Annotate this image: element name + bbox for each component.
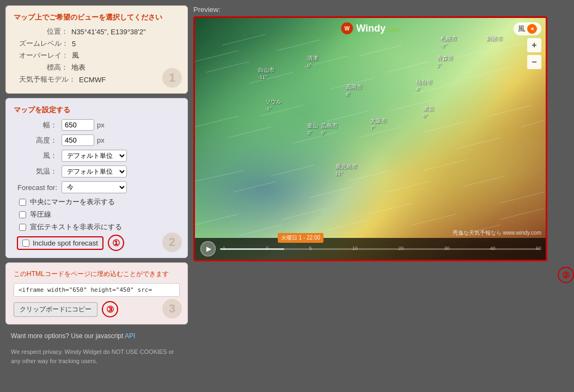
width-input[interactable] — [62, 119, 94, 131]
copy-btn-wrapper: クリップボードにコピー ③ — [14, 301, 180, 317]
svg-line-14 — [228, 127, 271, 138]
overlay-label: オーバーレイ： — [19, 51, 69, 60]
svg-line-37 — [369, 203, 413, 214]
windy-logo-text: Windy.com — [356, 23, 400, 34]
city-niigata: 清津0° — [307, 54, 318, 68]
temp-label: 気温： — [14, 167, 57, 176]
position-row: 位置： N35°41'45", E139°38'2" — [14, 27, 180, 36]
preview-annotation-wrapper: ② — [558, 267, 574, 283]
section-1-number: 1 — [162, 68, 182, 88]
position-label: 位置： — [19, 27, 68, 36]
footer-options: Want more options? Use our javascript AP… — [5, 329, 188, 340]
temp-select[interactable]: デフォルト単位 — [62, 166, 127, 177]
isobar-checkbox-row: 等圧線 — [14, 210, 180, 219]
forecast-select[interactable]: 今 — [62, 181, 127, 193]
city-busan: 釜山3° — [307, 122, 318, 136]
city-sendai: 仙台市4° — [416, 78, 432, 92]
play-button[interactable]: ▶ — [200, 241, 216, 256]
marker-label: 中央にマーカーを表示する — [30, 197, 115, 207]
zoom-in-button[interactable]: + — [527, 38, 541, 52]
time-marker-60: 60 — [536, 246, 541, 251]
svg-line-27 — [309, 187, 353, 198]
svg-line-20 — [424, 121, 467, 132]
elevation-row: 標高： 地表 — [14, 63, 180, 72]
city-tokyo: 東京9° — [423, 105, 434, 119]
time-marker-10: 10 — [352, 246, 358, 251]
footer-privacy: We respect privacy. Windy Widget do NOT … — [5, 344, 188, 365]
svg-line-36 — [326, 219, 369, 230]
zoom-row: ズームレベル： 5 — [14, 39, 180, 48]
time-marker-0: 0 — [266, 246, 268, 251]
privacy-text: We respect privacy. Windy Widget do NOT … — [11, 348, 174, 364]
temp-row: 気温： デフォルト単位 — [14, 166, 180, 177]
svg-line-26 — [271, 165, 315, 176]
spot-forecast-box: Include spot forecast — [17, 236, 103, 250]
overlay-row: オーバーレイ： 風 — [14, 51, 180, 60]
wind-control[interactable]: 風 — [514, 22, 541, 35]
svg-line-1 — [206, 62, 249, 72]
city-osaka: 大阪市7° — [370, 117, 387, 131]
time-marker-5: 5 — [309, 246, 312, 251]
model-label: 天気予報モデル： — [19, 75, 76, 84]
model-row: 天気予報モデル： ECMWF — [14, 75, 180, 84]
svg-line-29 — [386, 181, 429, 192]
marker-checkbox-row: 中央にマーカーを表示する — [14, 197, 180, 207]
preview-label: Preview: — [193, 5, 569, 14]
ad-checkbox[interactable] — [19, 224, 26, 231]
marker-checkbox[interactable] — [19, 199, 26, 206]
section-1-title: マップ上でご希望のビューを選択してください — [14, 13, 180, 22]
wind-row: 風： デフォルト単位 — [14, 150, 180, 162]
section-2-map-settings: マップを設定する 幅： px 高度： px 風： デフォルト単位 気温： — [5, 98, 188, 258]
svg-line-0 — [195, 51, 239, 62]
windy-logo-bar: W Windy.com — [341, 22, 400, 34]
preview-annotation: ② — [558, 267, 574, 283]
section-3-title: このHTMLコードをページに埋め込むことができます — [14, 270, 180, 279]
height-row: 高度： px — [14, 134, 180, 146]
forecast-row: Forecast for: 今 — [14, 181, 180, 193]
spot-forecast-checkbox[interactable] — [22, 240, 29, 247]
api-link[interactable]: API — [125, 332, 135, 340]
width-row: 幅： px — [14, 119, 180, 131]
svg-line-31 — [462, 176, 505, 187]
play-icon: ▶ — [206, 245, 211, 253]
embed-code: <iframe width="650" height="450" src= — [14, 283, 180, 297]
svg-line-23 — [522, 119, 546, 127]
isobar-checkbox[interactable] — [19, 211, 26, 218]
svg-line-7 — [358, 45, 402, 56]
time-badge: 火曜日 1 - 22:00 — [278, 233, 323, 243]
copy-button[interactable]: クリップボードにコピー — [14, 302, 97, 317]
windy-com-text: .com — [386, 26, 400, 33]
section-3-number: 3 — [162, 299, 182, 318]
spot-forecast-label: Include spot forecast — [33, 239, 98, 247]
svg-line-40 — [500, 209, 544, 219]
svg-line-13 — [195, 116, 239, 127]
elevation-value: 地表 — [71, 63, 86, 72]
section-2-number: 2 — [162, 232, 182, 252]
svg-line-2 — [222, 34, 266, 45]
elevation-label: 標高： — [19, 63, 68, 72]
svg-line-34 — [239, 225, 282, 236]
time-marker-40: 40 — [490, 246, 496, 251]
svg-line-24 — [195, 170, 244, 181]
city-hakusan: 白山市-11° — [258, 66, 274, 80]
wind-select[interactable]: デフォルト単位 — [62, 150, 127, 162]
svg-line-11 — [467, 67, 511, 78]
ad-label: 宣伝テキストを非表示にする — [30, 222, 122, 232]
height-input[interactable] — [62, 134, 94, 146]
zoom-label: ズームレベル： — [19, 39, 69, 48]
copy-annotation: ③ — [102, 301, 118, 317]
overlay-value: 風 — [72, 51, 79, 60]
isobar-label: 等圧線 — [30, 210, 51, 219]
section-1-view-settings: マップ上でご希望のビューを選択してください 位置： N35°41'45", E1… — [5, 5, 188, 94]
windy-logo-icon: W — [341, 22, 353, 34]
city-sapporo: 札幌市-2° — [441, 35, 457, 48]
city-hiroshima: 広島市6° — [321, 122, 338, 136]
time-marker-30: 30 — [444, 246, 449, 251]
footer-more-options: Want more options? Use our javascript — [11, 332, 123, 340]
spot-forecast-annotation: ① — [108, 235, 124, 251]
svg-line-30 — [424, 160, 467, 170]
width-unit: px — [97, 121, 105, 129]
map-preview[interactable]: W Windy.com 風 + − 白山市-11° 清津0° — [193, 16, 547, 261]
zoom-out-button[interactable]: − — [527, 55, 541, 69]
map-controls: 風 + − — [514, 22, 541, 69]
